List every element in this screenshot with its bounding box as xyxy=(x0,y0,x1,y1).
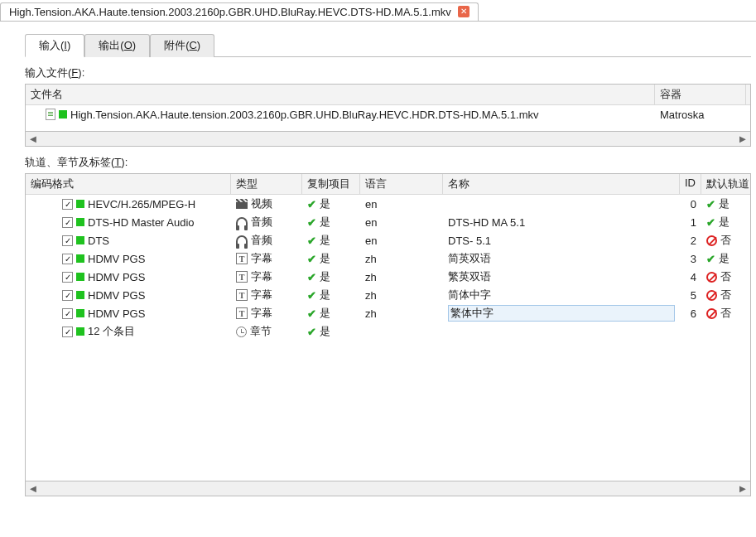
mode-tabstrip: 输入(I) 输出(O) 附件(C) xyxy=(25,33,751,57)
input-files-grid: 文件名 容器 High.Tension.AKA.Haute.tension.20… xyxy=(25,84,751,132)
file-row[interactable]: High.Tension.AKA.Haute.tension.2003.2160… xyxy=(26,105,750,123)
track-checkbox[interactable]: ✓ xyxy=(62,308,73,319)
check-icon: ✔ xyxy=(307,216,316,229)
track-codec: HDMV PGS xyxy=(88,253,145,265)
column-id[interactable]: ID xyxy=(680,174,701,194)
column-name[interactable]: 名称 xyxy=(443,174,680,194)
tab-output[interactable]: 输出(O) xyxy=(84,34,150,57)
track-language: zh xyxy=(360,269,443,285)
track-copy: 是 xyxy=(320,269,330,284)
check-icon: ✔ xyxy=(307,235,316,247)
track-row[interactable]: ✓DTS-HD Master Audio音频✔是enDTS-HD MA 5.11… xyxy=(26,213,750,231)
video-icon xyxy=(236,199,248,209)
track-checkbox[interactable]: ✓ xyxy=(62,217,73,228)
track-language: en xyxy=(360,215,443,230)
column-codec[interactable]: 编码格式 xyxy=(26,174,231,194)
check-icon: ✔ xyxy=(307,289,316,302)
track-row[interactable]: ✓HDMV PGST字幕✔是zh繁英双语4否 xyxy=(26,268,750,286)
close-icon[interactable]: ✕ xyxy=(458,6,469,17)
track-row[interactable]: ✓HDMV PGST字幕✔是zh简体中字5否 xyxy=(26,286,750,304)
track-checkbox[interactable]: ✓ xyxy=(62,290,73,301)
tracks-hscrollbar[interactable]: ◄ ► xyxy=(25,481,751,496)
track-copy: 是 xyxy=(320,324,330,339)
track-checkbox[interactable]: ✓ xyxy=(62,235,73,246)
scroll-left-icon[interactable]: ◄ xyxy=(26,481,41,496)
track-codec: HDMV PGS xyxy=(88,307,145,320)
track-copy: 是 xyxy=(320,251,330,266)
column-copy[interactable]: 复制项目 xyxy=(302,174,360,194)
check-icon: ✔ xyxy=(307,271,316,283)
track-row[interactable]: ✓HDMV PGST字幕✔是zh简英双语3✔是 xyxy=(26,249,750,268)
tab-attachments[interactable]: 附件(C) xyxy=(150,34,214,57)
tracks-label: 轨道、章节及标签(T): xyxy=(25,155,751,170)
scroll-track[interactable] xyxy=(41,132,735,146)
column-default[interactable]: 默认轨道 xyxy=(701,174,756,194)
scroll-right-icon[interactable]: ► xyxy=(735,132,750,146)
track-language: zh xyxy=(360,288,443,303)
track-default: 否 xyxy=(720,269,731,284)
track-default: 是 xyxy=(719,251,730,266)
track-id: 3 xyxy=(680,251,701,267)
check-icon: ✔ xyxy=(307,253,316,265)
status-icon xyxy=(76,291,84,299)
track-id: 4 xyxy=(680,269,701,285)
track-checkbox[interactable]: ✓ xyxy=(62,327,73,337)
input-files-body[interactable]: High.Tension.AKA.Haute.tension.2003.2160… xyxy=(26,105,750,123)
track-id: 5 xyxy=(680,288,701,303)
ban-icon xyxy=(706,308,717,319)
ban-icon xyxy=(706,290,717,301)
column-type[interactable]: 类型 xyxy=(231,174,302,194)
chapter-icon xyxy=(236,327,247,337)
scroll-right-icon[interactable]: ► xyxy=(735,481,750,496)
column-filename[interactable]: 文件名 xyxy=(26,85,655,104)
track-row[interactable]: ✓12 个条目章节✔是 xyxy=(26,322,750,341)
track-language: zh xyxy=(360,251,443,267)
window-file-tab[interactable]: High.Tension.AKA.Haute.tension.2003.2160… xyxy=(0,2,479,21)
track-codec: HDMV PGS xyxy=(88,289,145,302)
track-checkbox[interactable]: ✓ xyxy=(62,272,73,283)
track-language: zh xyxy=(360,306,443,322)
track-language: en xyxy=(360,233,443,249)
track-id: 6 xyxy=(680,306,701,322)
track-row[interactable]: ✓HDMV PGST字幕✔是zh繁体中字6否 xyxy=(26,304,750,322)
check-icon: ✔ xyxy=(307,307,316,320)
track-row[interactable]: ✓DTS音频✔是enDTS- 5.12否 xyxy=(26,231,750,249)
track-codec: DTS xyxy=(88,235,109,247)
track-id: 0 xyxy=(680,196,701,212)
status-icon xyxy=(76,200,84,208)
status-icon xyxy=(76,236,84,244)
status-icon xyxy=(76,327,84,336)
track-codec: 12 个条目 xyxy=(88,324,135,339)
file-icon xyxy=(46,109,55,120)
subtitle-icon: T xyxy=(236,307,248,319)
files-hscrollbar[interactable]: ◄ ► xyxy=(25,132,751,147)
track-default: 是 xyxy=(719,215,730,230)
track-copy: 是 xyxy=(320,288,330,302)
track-name-edit[interactable]: 繁体中字 xyxy=(448,305,675,322)
input-files-label: 输入文件(F): xyxy=(25,65,751,80)
track-row[interactable]: ✓HEVC/H.265/MPEG-H视频✔是en0✔是 xyxy=(26,195,750,213)
subtitle-icon: T xyxy=(236,271,248,283)
check-icon: ✔ xyxy=(307,198,316,210)
tracks-body[interactable]: ✓HEVC/H.265/MPEG-H视频✔是en0✔是✓DTS-HD Maste… xyxy=(26,195,750,341)
track-codec: DTS-HD Master Audio xyxy=(88,216,195,229)
subtitle-icon: T xyxy=(236,289,248,301)
track-checkbox[interactable]: ✓ xyxy=(62,254,73,264)
scroll-track[interactable] xyxy=(41,481,735,496)
track-codec: HDMV PGS xyxy=(88,271,145,283)
track-default: 否 xyxy=(720,233,731,248)
track-type: 章节 xyxy=(250,324,272,339)
track-name: 简英双语 xyxy=(448,251,491,266)
ban-icon xyxy=(706,272,717,283)
main-panel: 输入(I) 输出(O) 附件(C) 输入文件(F): 文件名 容器 High.T… xyxy=(0,22,756,501)
tab-input[interactable]: 输入(I) xyxy=(25,34,84,57)
file-container: Matroska xyxy=(655,107,746,123)
column-language[interactable]: 语言 xyxy=(360,174,443,194)
status-icon xyxy=(59,110,67,119)
check-icon: ✔ xyxy=(706,216,715,229)
scroll-left-icon[interactable]: ◄ xyxy=(26,132,41,146)
track-checkbox[interactable]: ✓ xyxy=(62,199,73,210)
track-codec: HEVC/H.265/MPEG-H xyxy=(88,198,195,210)
column-container[interactable]: 容器 xyxy=(655,85,746,104)
track-default: 是 xyxy=(719,196,730,211)
